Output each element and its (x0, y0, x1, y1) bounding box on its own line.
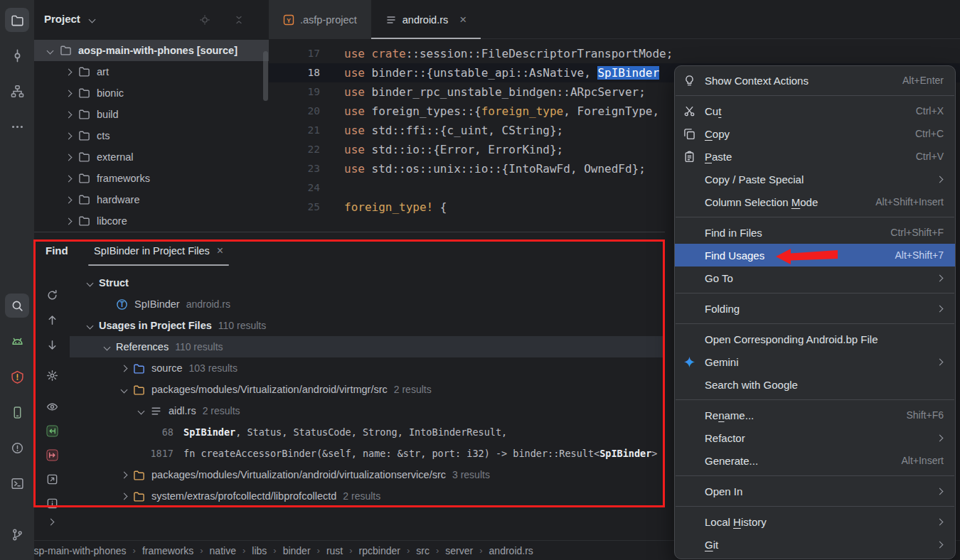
close-icon[interactable]: × (459, 14, 466, 26)
menu-item-copy-paste-special[interactable]: Copy / Paste Special (675, 168, 955, 190)
menu-item-find-usages[interactable]: Find UsagesAlt+Shift+7 (675, 244, 955, 266)
usage-preview-row[interactable]: 68SpIBinder, Status, StatusCode, Strong,… (70, 421, 665, 443)
chevron-down-icon[interactable] (89, 16, 96, 23)
breadcrumb-separator: › (237, 545, 251, 556)
menu-item-local-history[interactable]: Local History (675, 510, 955, 533)
project-tree-row-cts[interactable]: cts (34, 125, 269, 146)
scrollbar-thumb[interactable] (263, 51, 268, 101)
breadcrumb-aosp-main-with-phones[interactable]: aosp-main-with-phones (22, 545, 127, 556)
menu-item-refactor[interactable]: Refactor (675, 426, 955, 449)
menu-item-open-in[interactable]: Open In (675, 480, 955, 502)
menu-item-label: Show Context Actions (705, 75, 809, 87)
menu-item-column-selection-mode[interactable]: Column Selection ModeAlt+Shift+Insert (675, 190, 955, 213)
structure-tool-button[interactable] (5, 79, 29, 103)
chevron-down-icon[interactable] (86, 322, 93, 329)
navigate-back-button[interactable] (42, 445, 62, 465)
open-in-new-tab-button[interactable] (42, 469, 62, 489)
folder-icon (78, 193, 91, 206)
version-control-tool-button[interactable] (5, 522, 29, 546)
chevron-right-icon[interactable] (120, 492, 127, 500)
menu-item-find-in-files[interactable]: Find in FilesCtrl+Shift+F (675, 221, 955, 244)
project-tool-button[interactable] (5, 8, 29, 32)
code-line-17[interactable]: 17use crate::session::FileDescriptorTran… (269, 44, 960, 63)
find-tree-row-struct[interactable]: Struct (70, 272, 665, 294)
find-results-tree: StructTSpIBinderandroid.rsUsages in Proj… (70, 272, 665, 507)
more-tools-tool-button[interactable] (5, 114, 29, 139)
usage-info-button[interactable] (42, 493, 62, 513)
chevron-down-icon[interactable] (86, 279, 93, 286)
menu-item-rename[interactable]: Rename...Shift+F6 (675, 404, 955, 426)
find-tree-row-aidl-rs[interactable]: aidl.rs2 results (70, 400, 665, 421)
find-tree-row-system-extras-profcollectd-libprofcollectd[interactable]: system/extras/profcollectd/libprofcollec… (70, 485, 665, 507)
project-tree-row-bionic[interactable]: bionic (34, 82, 269, 104)
find-tool-button[interactable] (5, 294, 29, 318)
terminal-tool-button[interactable] (5, 471, 29, 495)
app-quality-insights-tool-button[interactable] (5, 365, 29, 389)
breadcrumb-server[interactable]: server (444, 545, 474, 556)
previous-occurrence-button[interactable] (42, 310, 62, 330)
menu-item-show-context-actions[interactable]: Show Context ActionsAlt+Enter (675, 69, 955, 92)
editor-tab-android-rs[interactable]: android.rs× (371, 0, 481, 39)
project-tree-row-build[interactable]: build (34, 104, 269, 125)
breadcrumb-libs[interactable]: libs (251, 545, 267, 556)
project-tree-row-libcore[interactable]: libcore (34, 210, 269, 232)
find-tree-row-references[interactable]: References110 results (70, 336, 665, 357)
project-root-row[interactable]: aosp-main-with-phones [source] (34, 40, 269, 61)
chevron-right-icon[interactable] (120, 471, 127, 478)
chevron-right-icon[interactable] (120, 365, 127, 372)
preview-usages-button[interactable] (42, 397, 62, 416)
problems-tool-button[interactable] (5, 436, 29, 460)
locate-file-icon[interactable] (199, 14, 210, 28)
menu-item-go-to[interactable]: Go To (675, 266, 955, 289)
find-panel-title: Find (46, 244, 68, 257)
breadcrumb-rpcbinder[interactable]: rpcbinder (358, 545, 401, 556)
quality-icon (11, 370, 24, 384)
breadcrumb-src[interactable]: src (415, 545, 430, 556)
commit-tool-button[interactable] (5, 43, 29, 68)
breadcrumb-android-rs[interactable]: android.rs (489, 545, 534, 556)
nav-green-icon (46, 425, 58, 437)
menu-item-cut[interactable]: CutCtrl+X (675, 99, 955, 122)
logcat-tool-button[interactable] (5, 329, 29, 353)
menu-item-generate[interactable]: Generate...Alt+Insert (675, 449, 955, 472)
menu-item-folding[interactable]: Folding (675, 297, 955, 320)
menu-item-paste[interactable]: PasteCtrl+V (675, 145, 955, 168)
project-tree-row-hardware[interactable]: hardware (34, 189, 269, 210)
find-tree-row-source[interactable]: source103 results (70, 357, 665, 379)
project-tree-row-external[interactable]: external (34, 146, 269, 168)
search-icon (11, 299, 24, 313)
menu-item-label: Paste (705, 151, 732, 163)
menu-item-git[interactable]: Git (675, 533, 955, 556)
menu-separator (676, 217, 954, 217)
find-results-tab[interactable]: SpIBinder in Project Files × (84, 232, 233, 269)
find-panel-header: Find SpIBinder in Project Files × (34, 232, 665, 269)
usage-preview-row[interactable]: 1817fn createAccessorBinder(&self, name:… (70, 443, 665, 464)
chevron-down-icon[interactable] (120, 386, 127, 393)
find-tree-row-spibinder[interactable]: TSpIBinderandroid.rs (70, 294, 665, 315)
find-tree-row-packages-modules-virtualization-android-virtualizationservice-src[interactable]: packages/modules/Virtualization/android/… (70, 464, 665, 485)
settings-button[interactable] (42, 365, 62, 385)
project-tree-row-art[interactable]: art (34, 61, 269, 82)
next-occurrence-button[interactable] (42, 335, 62, 355)
menu-item-gemini[interactable]: Gemini (675, 350, 955, 373)
navigate-with-single-click-button[interactable] (42, 421, 62, 441)
breadcrumb-frameworks[interactable]: frameworks (142, 545, 194, 556)
find-tree-row-usages-in-project-files[interactable]: Usages in Project Files110 results (70, 315, 665, 336)
collapse-all-icon[interactable] (233, 14, 245, 28)
tab-label: .asfp-project (300, 14, 357, 26)
chevron-down-icon[interactable] (103, 343, 110, 350)
editor-tab-asfp-project[interactable]: Y.asfp-project (269, 0, 371, 39)
project-tree-row-frameworks[interactable]: frameworks (34, 168, 269, 189)
find-tree-row-packages-modules-virtualization-android-virtmgr-src[interactable]: packages/modules/Virtualization/android/… (70, 379, 665, 400)
menu-separator (676, 293, 954, 294)
rerun-button[interactable] (42, 285, 62, 305)
breadcrumb-rust[interactable]: rust (326, 545, 343, 556)
menu-item-open-corresponding-android-bp-file[interactable]: Open Corresponding Android.bp File (675, 328, 955, 350)
breadcrumb-native[interactable]: native (209, 545, 237, 556)
breadcrumb-binder[interactable]: binder (282, 545, 311, 556)
chevron-down-icon[interactable] (137, 407, 144, 414)
menu-item-copy[interactable]: CopyCtrl+C (675, 122, 955, 145)
running-devices-tool-button[interactable] (5, 400, 29, 424)
close-icon[interactable]: × (217, 245, 223, 257)
menu-item-search-with-google[interactable]: Search with Google (675, 373, 955, 396)
